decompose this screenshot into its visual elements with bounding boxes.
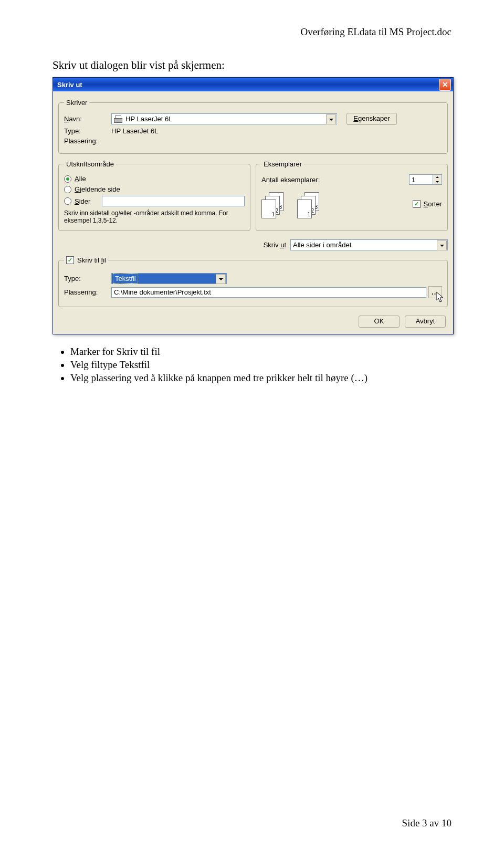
pages-input[interactable] bbox=[102, 196, 245, 206]
printer-name-combo[interactable]: HP LaserJet 6L bbox=[111, 113, 337, 124]
spinner-down-icon[interactable] bbox=[433, 180, 442, 184]
copies-group-label: Eksemplarer bbox=[261, 160, 304, 168]
printer-icon bbox=[114, 116, 122, 123]
copies-count-label: Antall eksemplarer: bbox=[261, 176, 320, 184]
range-current-label: Gjeldende side bbox=[75, 185, 120, 193]
titlebar: Skriv ut ✕ bbox=[53, 78, 453, 91]
file-location-label: Plassering: bbox=[64, 288, 111, 296]
range-group-label: Utskriftsområde bbox=[64, 160, 116, 168]
printer-location-label: Plassering: bbox=[64, 137, 111, 145]
collate-label: Sorter bbox=[424, 200, 442, 208]
properties-button[interactable]: Egenskaper bbox=[346, 113, 397, 125]
cancel-button[interactable]: Avbryt bbox=[405, 316, 446, 328]
to-file-label: Skriv til fil bbox=[77, 256, 106, 264]
close-icon[interactable]: ✕ bbox=[439, 79, 451, 91]
copies-group: Eksemplarer Antall eksemplarer: bbox=[256, 160, 448, 231]
print-what-value: Alle sider i området bbox=[293, 241, 351, 249]
range-pages-label: Sider bbox=[75, 197, 99, 205]
collate-icon-2: 3 2 1 bbox=[297, 192, 327, 217]
notes-list: Marker for Skriv til fil Velg filtype Te… bbox=[55, 346, 452, 384]
printer-group-label: Skriver bbox=[64, 99, 89, 107]
chevron-down-icon[interactable] bbox=[326, 114, 336, 124]
printer-name-value: HP LaserJet 6L bbox=[125, 115, 172, 123]
file-type-value: Tekstfil bbox=[114, 275, 137, 282]
copies-count-input[interactable] bbox=[409, 174, 433, 185]
print-what-label: Skriv ut bbox=[264, 241, 286, 249]
printer-type-label: Type: bbox=[64, 127, 111, 135]
note-item: Marker for Skriv til fil bbox=[70, 346, 452, 358]
dialog-title: Skriv ut bbox=[57, 81, 82, 89]
chevron-down-icon[interactable] bbox=[216, 274, 226, 284]
chevron-down-icon[interactable] bbox=[437, 240, 447, 250]
intro-text: Skriv ut dialogen blir vist på skjermen: bbox=[52, 59, 452, 72]
file-type-combo[interactable]: Tekstfil bbox=[111, 273, 227, 284]
collate-icon-1: 3 2 1 bbox=[261, 192, 291, 217]
doc-header: Overføring ELdata til MS Project.doc bbox=[52, 26, 452, 38]
note-item: Velg filtype Tekstfil bbox=[70, 359, 452, 371]
browse-button[interactable]: ... bbox=[428, 286, 442, 298]
printer-type-value: HP LaserJet 6L bbox=[111, 127, 158, 135]
file-type-label: Type: bbox=[64, 275, 111, 282]
note-item: Velg plassering ved å klikke på knappen … bbox=[70, 372, 452, 384]
spinner-up-icon[interactable] bbox=[433, 175, 442, 180]
file-location-input[interactable] bbox=[111, 287, 426, 298]
range-help-text: Skriv inn sidetall og/eller -områder ads… bbox=[64, 209, 245, 224]
radio-pages[interactable] bbox=[64, 197, 71, 205]
to-file-checkbox[interactable] bbox=[66, 256, 74, 264]
range-all-label: Alle bbox=[75, 175, 86, 183]
radio-current[interactable] bbox=[64, 186, 71, 193]
page-footer: Side 3 av 10 bbox=[402, 817, 452, 829]
to-file-group: Skriv til fil Type: Tekstfil Plassering:… bbox=[58, 254, 448, 307]
collate-checkbox[interactable] bbox=[413, 200, 421, 208]
printer-name-label: Navn: bbox=[64, 115, 111, 123]
range-group: Utskriftsområde Alle Gjeldende side Side… bbox=[58, 160, 250, 231]
print-dialog: Skriv ut ✕ Skriver Navn: HP LaserJet 6L … bbox=[52, 77, 454, 334]
printer-group: Skriver Navn: HP LaserJet 6L Egenskaper … bbox=[58, 99, 448, 154]
print-what-combo[interactable]: Alle sider i området bbox=[290, 239, 448, 250]
radio-all[interactable] bbox=[64, 175, 71, 183]
ok-button[interactable]: OK bbox=[359, 316, 400, 328]
